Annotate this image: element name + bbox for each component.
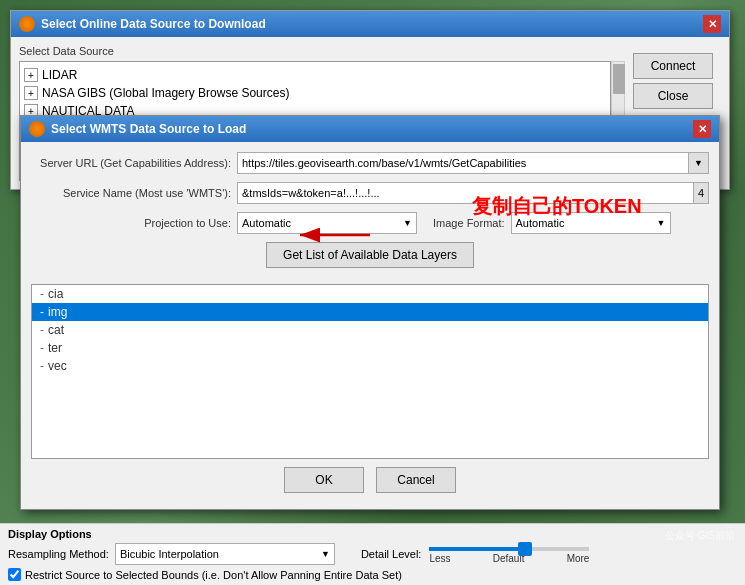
slider-fill <box>429 547 525 551</box>
inner-dialog: Select WMTS Data Source to Load ✕ Server… <box>20 115 720 510</box>
detail-level-section: Detail Level: Less Default More <box>361 545 590 564</box>
tree-item-lidar[interactable]: + LIDAR <box>24 66 606 84</box>
inner-dialog-buttons: OK Cancel <box>31 467 709 499</box>
detail-less-label: Less <box>429 553 450 564</box>
close-button[interactable]: Close <box>633 83 713 109</box>
inner-dialog-titlebar: Select WMTS Data Source to Load ✕ <box>21 116 719 142</box>
image-format-dropdown-icon: ▼ <box>657 218 666 228</box>
scrollbar-thumb <box>613 64 625 94</box>
layers-list[interactable]: - cia - img - cat - ter - vec <box>31 284 709 459</box>
layer-item-vec[interactable]: - vec <box>32 357 708 375</box>
slider-labels: Less Default More <box>429 553 589 564</box>
resampling-row: Resampling Method: Bicubic Interpolation… <box>8 543 737 565</box>
checkbox-row: Restrict Source to Selected Bounds (i.e.… <box>8 568 737 581</box>
layer-item-img[interactable]: - img <box>32 303 708 321</box>
slider-thumb[interactable] <box>518 542 532 556</box>
outer-dialog-title: Select Online Data Source to Download <box>41 17 266 31</box>
resampling-dropdown-icon: ▼ <box>321 549 330 559</box>
server-url-field-container: ▼ <box>237 152 709 174</box>
outer-dialog-icon <box>19 16 35 32</box>
service-name-suffix: 4 <box>694 182 709 204</box>
service-name-label: Service Name (Most use 'WMTS'): <box>31 187 231 199</box>
detail-slider-track[interactable] <box>429 547 589 551</box>
ok-button[interactable]: OK <box>284 467 364 493</box>
cancel-button[interactable]: Cancel <box>376 467 456 493</box>
restrict-bounds-checkbox[interactable] <box>8 568 21 581</box>
section-label: Select Data Source <box>19 45 625 57</box>
restrict-bounds-label: Restrict Source to Selected Bounds (i.e.… <box>25 569 402 581</box>
watermark: 公众号·GIS前沿 <box>665 529 735 543</box>
projection-dropdown-icon: ▼ <box>403 218 412 228</box>
layer-item-cat[interactable]: - cat <box>32 321 708 339</box>
layer-item-ter[interactable]: - ter <box>32 339 708 357</box>
server-url-dropdown-button[interactable]: ▼ <box>689 152 709 174</box>
display-options: Display Options Resampling Method: Bicub… <box>0 523 745 585</box>
inner-dialog-icon <box>29 121 45 137</box>
annotation-text: 复制自己的TOKEN <box>472 193 642 220</box>
resampling-select[interactable]: Bicubic Interpolation ▼ <box>115 543 335 565</box>
tree-plus-icon[interactable]: + <box>24 86 38 100</box>
detail-slider-container: Less Default More <box>429 545 589 564</box>
detail-more-label: More <box>567 553 590 564</box>
outer-dialog-titlebar: Select Online Data Source to Download ✕ <box>11 11 729 37</box>
detail-level-label: Detail Level: <box>361 548 422 560</box>
inner-dialog-close-button[interactable]: ✕ <box>693 120 711 138</box>
resampling-label: Resampling Method: <box>8 548 109 560</box>
inner-dialog-title: Select WMTS Data Source to Load <box>51 122 246 136</box>
projection-label: Projection to Use: <box>31 217 231 229</box>
outer-dialog-close-button[interactable]: ✕ <box>703 15 721 33</box>
layer-item-cia[interactable]: - cia <box>32 285 708 303</box>
server-url-row: Server URL (Get Capabilities Address): ▼ <box>31 152 709 174</box>
tree-item-nasa[interactable]: + NASA GIBS (Global Imagery Browse Sourc… <box>24 84 606 102</box>
tree-plus-icon[interactable]: + <box>24 68 38 82</box>
red-arrow-icon <box>295 220 375 250</box>
display-options-title: Display Options <box>8 528 737 540</box>
connect-button[interactable]: Connect <box>633 53 713 79</box>
server-url-label: Server URL (Get Capabilities Address): <box>31 157 231 169</box>
server-url-input[interactable] <box>237 152 689 174</box>
